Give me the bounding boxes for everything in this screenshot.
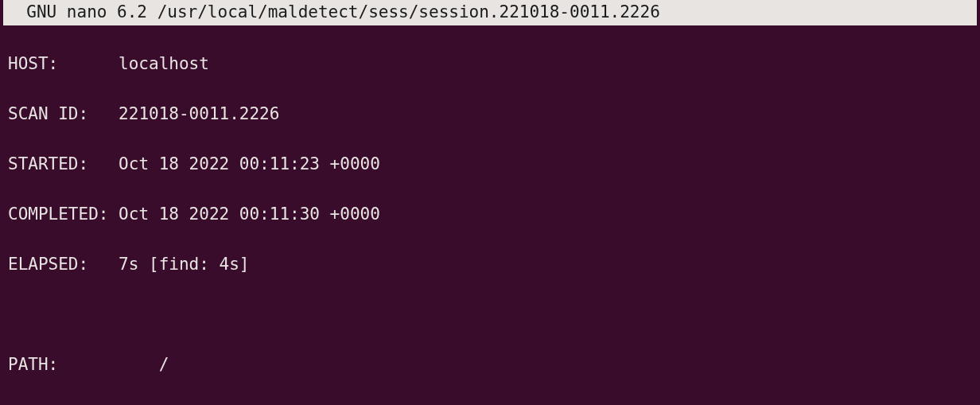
- elapsed-line: ELAPSED: 7s [find: 4s]: [8, 252, 972, 278]
- editor-content[interactable]: HOST: localhost SCAN ID: 221018-0011.222…: [0, 25, 980, 406]
- elapsed-value: 7s [find: 4s]: [119, 255, 249, 274]
- completed-label: COMPLETED:: [8, 204, 108, 224]
- editor-title-bar: GNU nano 6.2 /usr/local/maldetect/sess/s…: [3, 0, 977, 25]
- path-label: PATH:: [8, 355, 58, 374]
- completed-line: COMPLETED: Oct 18 2022 00:11:30 +0000: [8, 202, 972, 228]
- completed-value: Oct 18 2022 00:11:30 +0000: [119, 204, 380, 224]
- started-label: STARTED:: [8, 154, 88, 173]
- started-line: STARTED: Oct 18 2022 00:11:23 +0000: [8, 152, 972, 177]
- scanid-label: SCAN ID:: [8, 104, 88, 123]
- host-value: localhost: [119, 54, 209, 73]
- path-line: PATH: /: [8, 352, 972, 378]
- started-value: Oct 18 2022 00:11:23 +0000: [119, 154, 380, 173]
- path-value: /: [159, 355, 169, 374]
- title-bar-text: GNU nano 6.2 /usr/local/maldetect/sess/s…: [6, 2, 791, 21]
- scanid-line: SCAN ID: 221018-0011.2226: [8, 102, 972, 127]
- blank-line-1: [8, 302, 972, 328]
- host-line: HOST: localhost: [8, 52, 972, 77]
- host-label: HOST:: [8, 54, 58, 73]
- scanid-value: 221018-0011.2226: [119, 104, 279, 123]
- elapsed-label: ELAPSED:: [8, 255, 88, 274]
